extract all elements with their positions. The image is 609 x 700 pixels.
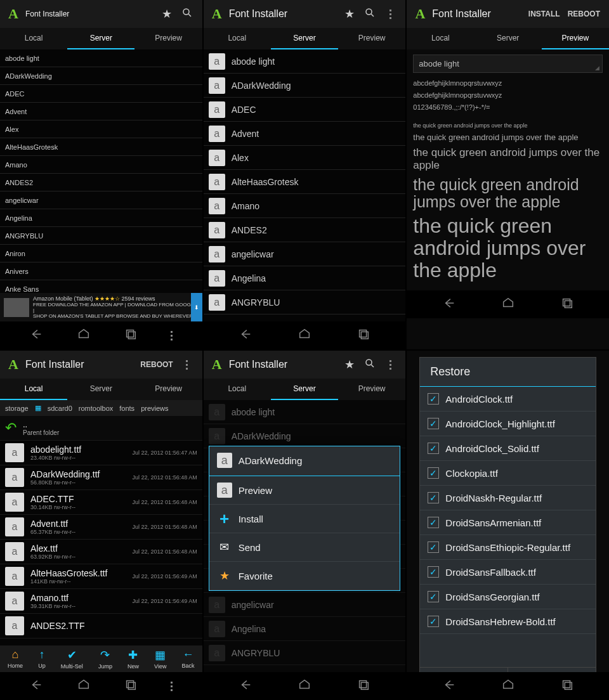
checkbox-icon[interactable]: ✓ [428, 616, 439, 627]
font-row[interactable]: ADarkWedding [0, 67, 202, 85]
overflow-icon[interactable] [380, 10, 400, 19]
home-icon[interactable] [77, 327, 91, 344]
font-row[interactable]: aangelicwar [204, 593, 406, 617]
overflow-icon[interactable] [380, 360, 400, 370]
reboot-button[interactable]: REBOOT [136, 358, 176, 372]
file-row[interactable]: aADEC.TTF30.14KB rw-rw-r--Jul 22, 2012 0… [0, 490, 202, 515]
file-row[interactable]: aAlex.ttf63.92KB rw-rw-r--Jul 22, 2012 0… [0, 540, 202, 564]
font-selector[interactable]: abode light [413, 55, 603, 73]
file-row[interactable]: aAdvent.ttf65.37KB rw-rw-r--Jul 22, 2012… [0, 515, 202, 540]
home-icon[interactable] [298, 678, 311, 695]
restore-row[interactable]: ✓DroidSansFallback.ttf [420, 560, 596, 585]
font-row[interactable]: abode light [0, 49, 202, 67]
restore-row[interactable]: ✓DroidSansGeorgian.ttf [420, 585, 596, 609]
reboot-button[interactable]: REBOOT [564, 7, 604, 21]
tab-server[interactable]: Server [67, 379, 134, 400]
home-icon[interactable] [501, 296, 515, 313]
restore-row[interactable]: ✓AndroidClock_Solid.ttf [420, 436, 596, 461]
font-row[interactable]: aAlex [204, 146, 406, 170]
back-icon[interactable] [239, 678, 252, 695]
ad-download-icon[interactable]: ⬇ [191, 293, 202, 321]
home-icon[interactable] [501, 678, 515, 695]
favorite-icon[interactable]: ★ [339, 358, 360, 372]
font-row[interactable]: AlteHaasGrotesk [0, 138, 202, 156]
tab-local[interactable]: Local [0, 379, 67, 400]
restore-row[interactable]: ✓DroidSansHebrew-Bold.ttf [420, 609, 596, 634]
font-row[interactable]: aADarkWedding [204, 74, 406, 98]
tab-preview[interactable]: Preview [338, 28, 405, 49]
restore-row[interactable]: ✓DroidSansArmenian.ttf [420, 510, 596, 535]
restore-list[interactable]: ✓AndroidClock.ttf✓AndroidClock_Highlight… [420, 387, 596, 667]
recent-icon[interactable] [560, 678, 574, 695]
font-row[interactable]: Amano [0, 156, 202, 174]
checkbox-icon[interactable]: ✓ [428, 566, 439, 578]
checkbox-icon[interactable]: ✓ [428, 443, 439, 454]
favorite-icon[interactable]: ★ [157, 7, 177, 21]
checkbox-icon[interactable]: ✓ [428, 517, 439, 528]
toolbar-new[interactable]: ✚New [128, 648, 139, 670]
recent-icon[interactable] [357, 327, 370, 344]
recent-icon[interactable] [124, 327, 138, 344]
tab-local[interactable]: Local [204, 379, 271, 400]
font-row[interactable]: ADEC [0, 85, 202, 103]
toolbar-up[interactable]: ↑Up [38, 648, 46, 670]
tab-server[interactable]: Server [475, 28, 542, 49]
toolbar-home[interactable]: ⌂Home [8, 648, 23, 670]
breadcrumb[interactable]: storage▦sdcard0romtoolboxfontspreviews [0, 400, 202, 416]
font-row[interactable]: aADEC [204, 98, 406, 122]
restore-row[interactable]: ✓DroidNaskh-Regular.ttf [420, 486, 596, 510]
font-row[interactable]: ANDES2 [0, 174, 202, 191]
restore-row[interactable]: ✓DroidSansEthiopic-Regular.ttf [420, 535, 596, 560]
font-row[interactable]: aabode light [204, 400, 406, 424]
file-list[interactable]: aabodelight.ttf23.40KB rw-rw-r--Jul 22, … [0, 441, 202, 645]
restore-row[interactable]: ✓Clockopia.ttf [420, 461, 596, 486]
home-icon[interactable] [298, 327, 311, 344]
recent-icon[interactable] [357, 678, 370, 695]
restore-row[interactable]: ✓AndroidClock.ttf [420, 387, 596, 412]
font-row[interactable]: aAngelina [204, 266, 406, 290]
font-row[interactable]: Aniron [0, 245, 202, 262]
tab-local[interactable]: Local [204, 28, 271, 49]
checkbox-icon[interactable]: ✓ [428, 393, 439, 405]
back-icon[interactable] [29, 327, 43, 344]
checkbox-icon[interactable]: ✓ [428, 492, 439, 503]
file-row[interactable]: aAlteHaasGrotesk.ttf141KB rw-rw-r--Jul 2… [0, 564, 202, 589]
toolbar-back[interactable]: ←Back [182, 648, 195, 670]
popup-send[interactable]: ✉Send [209, 533, 400, 562]
search-icon[interactable] [177, 7, 197, 22]
overflow-icon[interactable] [177, 360, 197, 370]
tab-preview[interactable]: Preview [134, 28, 202, 49]
file-row[interactable]: aabodelight.ttf23.40KB rw-rw-r--Jul 22, … [0, 441, 202, 465]
favorite-icon[interactable]: ★ [339, 7, 360, 21]
breadcrumb-item[interactable]: fonts [119, 405, 134, 412]
popup-install[interactable]: +Install [209, 505, 400, 533]
font-row[interactable]: aabode light [204, 49, 406, 74]
home-icon[interactable] [77, 678, 91, 695]
font-row[interactable]: aANDES2 [204, 218, 406, 242]
tab-local[interactable]: Local [0, 28, 67, 49]
checkbox-icon[interactable]: ✓ [428, 541, 439, 553]
toolbar-view[interactable]: ▦View [154, 648, 166, 670]
font-row[interactable]: ANGRYBLU [0, 227, 202, 245]
checkbox-icon[interactable]: ✓ [428, 467, 439, 479]
toolbar-multi-sel[interactable]: ✔Multi-Sel [61, 648, 83, 670]
tab-preview[interactable]: Preview [134, 379, 202, 400]
breadcrumb-item[interactable]: sdcard0 [48, 405, 72, 412]
ad-banner[interactable]: Amazon Mobile (Tablet) ★★★★☆ 2594 review… [0, 293, 202, 321]
checkbox-icon[interactable]: ✓ [428, 591, 439, 602]
font-row[interactable]: aAdvent [204, 122, 406, 146]
popup-preview[interactable]: aPreview [209, 476, 400, 505]
back-icon[interactable] [29, 678, 43, 695]
font-row[interactable]: Anke Sans [0, 280, 202, 293]
font-row[interactable]: aANGRYBLU [204, 290, 406, 314]
font-row[interactable]: aANGRYBLU [204, 641, 406, 665]
font-row[interactable]: Angelina [0, 209, 202, 227]
font-row[interactable]: aADarkWedding [204, 424, 406, 448]
file-row[interactable]: aAmano.ttf39.31KB rw-rw-r--Jul 22, 2012 … [0, 589, 202, 614]
tab-preview[interactable]: Preview [542, 28, 609, 49]
back-icon[interactable] [442, 296, 456, 313]
file-row[interactable]: aADarkWedding.ttf56.80KB rw-rw-r--Jul 22… [0, 465, 202, 490]
tab-local[interactable]: Local [407, 28, 474, 49]
back-icon[interactable] [442, 678, 456, 695]
search-icon[interactable] [360, 7, 380, 22]
